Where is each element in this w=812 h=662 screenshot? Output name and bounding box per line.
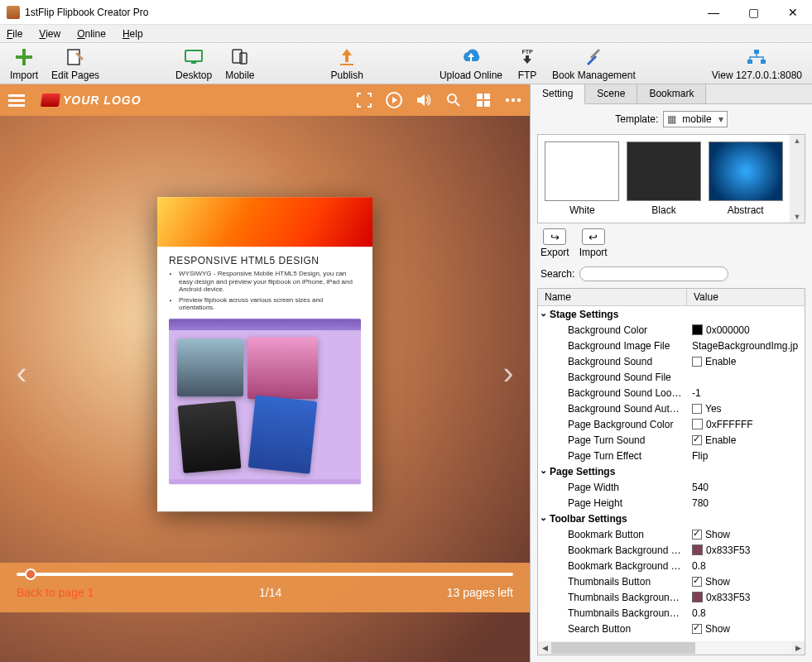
thumbs-btn-value[interactable]: Show xyxy=(687,575,805,588)
menu-online[interactable]: Online xyxy=(74,26,109,41)
svg-rect-4 xyxy=(240,53,247,64)
panel-tabs: Setting Scene Bookmark xyxy=(531,84,812,104)
edit-pages-button[interactable]: Edit Pages xyxy=(45,45,106,83)
template-white[interactable]: White xyxy=(545,142,620,216)
more-icon[interactable] xyxy=(505,92,521,108)
pages-left: 13 pages left xyxy=(447,586,513,599)
titlebar: 1stFlip Flipbook Creator Pro — ▢ ✕ xyxy=(0,0,812,25)
upload-online-button[interactable]: Upload Online xyxy=(433,45,509,83)
bg-sound-value[interactable]: Enable xyxy=(687,355,805,368)
menu-view[interactable]: View xyxy=(36,26,64,41)
hamburger-icon[interactable] xyxy=(8,94,25,107)
plus-icon xyxy=(13,46,35,68)
bg-sound-auto-value[interactable]: Yes xyxy=(687,402,805,415)
fullscreen-icon[interactable] xyxy=(356,92,372,108)
slider-thumb[interactable] xyxy=(25,568,36,580)
svg-rect-14 xyxy=(477,101,483,107)
view-address-button[interactable]: View 127.0.0.1:8080 xyxy=(705,45,809,83)
book-icon xyxy=(41,94,60,107)
col-value: Value xyxy=(687,289,805,305)
tab-setting[interactable]: Setting xyxy=(531,84,585,104)
page-turn-sound-value[interactable]: Enable xyxy=(687,434,805,447)
app-icon xyxy=(7,6,20,19)
search-input[interactable] xyxy=(579,266,728,281)
svg-point-17 xyxy=(512,98,515,102)
bookmark-bg-tr-value[interactable]: 0.8 xyxy=(687,559,805,573)
thumbs-bg-tr-value[interactable]: 0.8 xyxy=(687,607,805,620)
mobile-icon xyxy=(229,46,251,68)
page-bg-value[interactable]: 0xFFFFFF xyxy=(687,418,805,431)
import-icon: ↩ xyxy=(582,228,605,245)
window-title: 1stFlip Flipbook Creator Pro xyxy=(25,7,701,18)
svg-point-16 xyxy=(506,98,509,102)
search-icon[interactable] xyxy=(445,92,462,108)
grid-icon[interactable] xyxy=(475,92,492,108)
svg-rect-15 xyxy=(484,101,490,107)
template-black[interactable]: Black xyxy=(627,142,702,216)
svg-rect-2 xyxy=(191,62,196,64)
flipbook-page[interactable]: RESPONSIVE HTML5 DESIGN WYSIWYG - Respon… xyxy=(157,197,372,511)
maximize-button[interactable]: ▢ xyxy=(741,3,766,22)
main-toolbar: Import Edit Pages Desktop Mobile Publish… xyxy=(0,43,812,84)
import-button[interactable]: Import xyxy=(3,45,45,83)
next-page-button[interactable]: › xyxy=(498,348,518,398)
page-turn-effect-value[interactable]: Flip xyxy=(687,449,805,463)
edit-icon xyxy=(65,46,86,68)
close-button[interactable]: ✕ xyxy=(781,3,805,22)
ftp-button[interactable]: FTP FTP xyxy=(509,45,545,83)
page-width-value[interactable]: 540 xyxy=(687,481,805,494)
mobile-button[interactable]: Mobile xyxy=(219,45,261,83)
export-icon: ↪ xyxy=(543,228,566,245)
bg-img-value[interactable]: StageBackgroundImg.jp xyxy=(687,339,805,353)
svg-point-18 xyxy=(517,98,521,102)
svg-rect-8 xyxy=(747,60,752,64)
bg-sound-file-value[interactable] xyxy=(687,377,805,378)
bookmark-bg-value[interactable]: 0x833F53 xyxy=(687,544,805,557)
template-select[interactable]: mobile xyxy=(663,111,727,127)
thumbs-vscroll[interactable]: ▲▼ xyxy=(790,135,805,223)
thumbs-bg-value[interactable]: 0x833F53 xyxy=(687,591,805,604)
bg-sound-loops-value[interactable]: -1 xyxy=(687,386,805,400)
cloud-upload-icon xyxy=(460,46,482,68)
bg-color-value[interactable]: 0x000000 xyxy=(687,324,805,337)
import-template-button[interactable]: ↩Import xyxy=(579,228,608,258)
desktop-button[interactable]: Desktop xyxy=(169,45,219,83)
preview-pane: YOUR LOGO ‹ › RESPONSIVE HTML5 DESIGN WY… xyxy=(0,84,530,662)
publish-button[interactable]: Publish xyxy=(324,45,370,83)
section-toolbar[interactable]: Toolbar Settings xyxy=(538,512,687,525)
menu-file[interactable]: File xyxy=(3,26,26,41)
minimize-button[interactable]: — xyxy=(701,3,726,22)
property-body[interactable]: Stage Settings Background Color0x000000 … xyxy=(538,306,805,641)
ftp-icon: FTP xyxy=(517,46,538,68)
page-slider[interactable] xyxy=(17,573,513,576)
svg-text:FTP: FTP xyxy=(521,49,533,55)
network-icon xyxy=(746,46,767,68)
menu-help[interactable]: Help xyxy=(119,26,147,41)
svg-rect-0 xyxy=(68,50,79,65)
play-icon[interactable] xyxy=(386,92,402,108)
search-btn-value[interactable]: Show xyxy=(687,622,805,636)
section-stage[interactable]: Stage Settings xyxy=(538,308,687,321)
desktop-icon xyxy=(183,46,204,68)
back-to-page-link[interactable]: Back to page 1 xyxy=(17,586,94,599)
export-button[interactable]: ↪Export xyxy=(541,228,569,258)
svg-rect-5 xyxy=(340,64,353,65)
template-abstract[interactable]: Abstract xyxy=(708,142,783,216)
volume-icon[interactable] xyxy=(416,92,432,108)
prev-page-button[interactable]: ‹ xyxy=(12,348,31,398)
tab-bookmark[interactable]: Bookmark xyxy=(637,84,706,103)
col-name: Name xyxy=(538,289,687,305)
svg-rect-13 xyxy=(484,94,490,99)
svg-rect-7 xyxy=(754,50,759,54)
section-page[interactable]: Page Settings xyxy=(538,465,687,478)
publish-icon xyxy=(336,46,358,68)
bookmark-btn-value[interactable]: Show xyxy=(687,528,805,541)
page-height-value[interactable]: 780 xyxy=(687,496,805,510)
svg-rect-12 xyxy=(477,94,483,99)
tab-scene[interactable]: Scene xyxy=(585,84,637,103)
preview-toolbar: YOUR LOGO xyxy=(0,84,530,116)
book-management-button[interactable]: Book Management xyxy=(545,45,642,83)
grid-hscroll[interactable]: ◀ ▶ xyxy=(538,641,805,655)
page-counter: 1/14 xyxy=(259,586,281,599)
menubar: File View Online Help xyxy=(0,25,812,43)
